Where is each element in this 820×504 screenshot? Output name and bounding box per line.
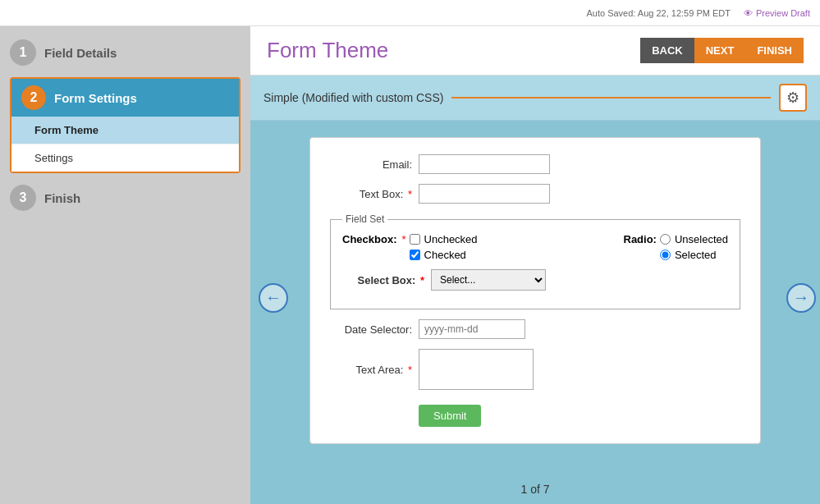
gear-icon: ⚙ <box>786 89 799 107</box>
radio-unselected-label: Unselected <box>660 233 728 245</box>
chevron-right-icon: → <box>793 288 809 307</box>
chevron-left-icon: ← <box>265 288 282 307</box>
eye-icon: 👁 <box>744 8 753 18</box>
textbox-row: Text Box: * <box>330 184 740 204</box>
step1-circle: 1 <box>10 39 36 66</box>
form-preview-wrapper: ← Email: Text Box: * Field Set <box>250 121 820 474</box>
header-buttons: BACK NEXT FINISH <box>640 38 804 63</box>
email-label: Email: <box>330 158 412 171</box>
fieldset-legend: Field Set <box>342 213 387 225</box>
sidebar-item-field-details[interactable]: 1 Field Details <box>10 39 241 66</box>
sidebar: 1 Field Details 2 Form Settings Form The… <box>0 26 250 504</box>
checkbox-checked[interactable] <box>410 250 420 260</box>
sidebar-item-finish[interactable]: 3 Finish <box>10 185 241 211</box>
next-button[interactable]: NEXT <box>694 38 746 63</box>
checkbox-label: Checkbox: <box>342 233 396 245</box>
theme-bar: Simple (Modified with custom CSS) ⚙ <box>250 76 820 121</box>
email-input[interactable] <box>419 154 550 174</box>
form-card: Email: Text Box: * Field Set Checkbox: <box>309 137 761 444</box>
subnav-item-form-theme[interactable]: Form Theme <box>11 117 239 144</box>
checkbox-options: Unchecked Checked <box>410 233 478 261</box>
prev-page-button[interactable]: ← <box>259 283 288 313</box>
form-settings-header[interactable]: 2 Form Settings <box>11 79 239 117</box>
checkbox-section: Checkbox: * Unchecked Checked <box>342 233 478 261</box>
date-label: Date Selector: <box>330 323 412 336</box>
checkbox-checked-label: Checked <box>410 249 478 261</box>
radio-section: Radio: Unselected Selected <box>624 233 729 261</box>
select-input[interactable]: Select... <box>431 269 546 291</box>
step3-circle: 3 <box>10 185 36 211</box>
preview-draft-label: Preview Draft <box>756 8 810 18</box>
required-star: * <box>408 188 412 200</box>
next-page-button[interactable]: → <box>786 283 816 313</box>
gear-section: ⚙ <box>443 84 807 112</box>
pagination-text: 1 of 7 <box>520 483 549 496</box>
textarea-input[interactable] <box>419 349 534 390</box>
step2-circle: 2 <box>21 85 46 110</box>
step3-label: Finish <box>44 191 80 205</box>
radio-selected-label: Selected <box>660 249 728 261</box>
checkbox-unchecked-label: Unchecked <box>410 233 478 245</box>
textarea-label: Text Area: * <box>330 364 412 376</box>
email-row: Email: <box>330 154 740 174</box>
selectbox-row: Select Box: * Select... <box>342 269 728 291</box>
date-input[interactable] <box>419 319 525 339</box>
finish-button[interactable]: FINISH <box>745 38 804 63</box>
page-title: Form Theme <box>267 38 388 63</box>
date-row: Date Selector: <box>330 319 740 339</box>
content-area: Form Theme BACK NEXT FINISH Simple (Modi… <box>250 26 820 504</box>
checkbox-required: * <box>401 233 405 245</box>
fieldset: Field Set Checkbox: * Unchecked <box>330 213 740 309</box>
select-required: * <box>420 274 424 286</box>
submit-row: Submit <box>330 400 740 427</box>
checkbox-unchecked[interactable] <box>410 234 420 245</box>
main-layout: 1 Field Details 2 Form Settings Form The… <box>0 26 820 504</box>
step2-label: Form Settings <box>54 91 137 105</box>
pagination: 1 of 7 <box>250 474 820 504</box>
submit-button[interactable]: Submit <box>419 405 481 427</box>
step1-label: Field Details <box>44 46 117 60</box>
autosave-text: Auto Saved: Aug 22, 12:59 PM EDT <box>586 8 731 18</box>
fieldset-inner-row: Checkbox: * Unchecked Checked <box>342 233 728 261</box>
radio-unselected[interactable] <box>660 234 671 245</box>
subnav-item-settings[interactable]: Settings <box>11 144 239 172</box>
radio-label: Radio: <box>624 233 657 245</box>
arrow-line <box>451 97 771 99</box>
textarea-required: * <box>408 364 412 376</box>
theme-label: Simple (Modified with custom CSS) <box>263 91 443 104</box>
textbox-label: Text Box: * <box>330 188 412 200</box>
preview-draft-button[interactable]: 👁 Preview Draft <box>744 8 810 18</box>
form-settings-section: 2 Form Settings Form Theme Settings <box>10 77 241 173</box>
radio-options: Unselected Selected <box>660 233 728 261</box>
sub-nav: Form Theme Settings <box>11 117 239 172</box>
radio-selected[interactable] <box>660 250 671 260</box>
content-header: Form Theme BACK NEXT FINISH <box>250 26 820 76</box>
selectbox-label: Select Box: * <box>342 274 424 286</box>
textarea-row: Text Area: * <box>330 349 740 390</box>
textbox-input[interactable] <box>419 184 550 204</box>
top-bar: Auto Saved: Aug 22, 12:59 PM EDT 👁 Previ… <box>0 0 820 26</box>
back-button[interactable]: BACK <box>640 38 694 63</box>
gear-button[interactable]: ⚙ <box>779 84 807 112</box>
